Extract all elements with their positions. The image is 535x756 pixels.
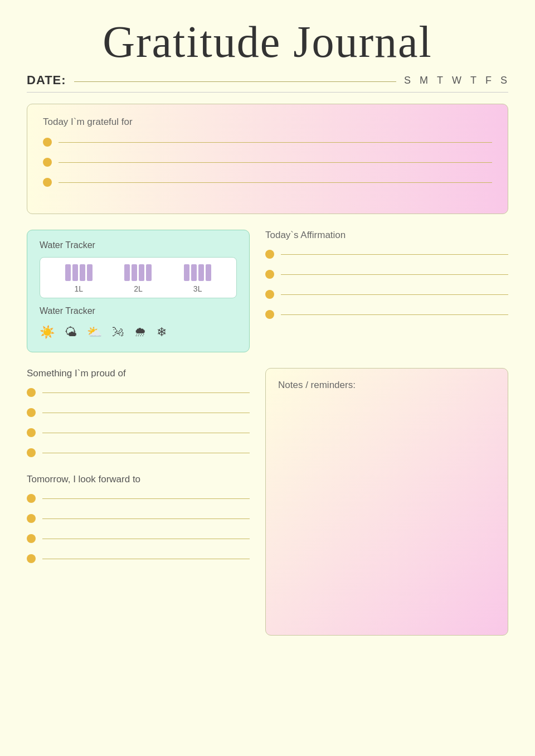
- tomorrow-underline-4: [42, 559, 250, 559]
- water-bar: [132, 264, 137, 281]
- days-of-week: S M T W T F S: [404, 75, 508, 86]
- day-t2: T: [470, 75, 478, 86]
- water-bar: [206, 264, 211, 281]
- bullet-dot-3: [43, 178, 52, 187]
- date-label: DATE:: [27, 73, 66, 88]
- proud-line-2: [27, 408, 250, 417]
- water-bar: [139, 264, 144, 281]
- water-bar: [146, 264, 152, 281]
- notes-section: Notes / reminders:: [265, 368, 508, 636]
- affirmation-section: Today`s Affirmation: [265, 230, 508, 330]
- proud-line-3: [27, 428, 250, 437]
- water-bar: [198, 264, 204, 281]
- affirmation-underline-1: [281, 254, 508, 255]
- water-bar-group-1: 1L: [65, 264, 93, 293]
- bullet-underline-2: [59, 162, 492, 163]
- proud-dot-3: [27, 428, 36, 437]
- affirmation-dot-2: [265, 270, 274, 279]
- day-s1: S: [404, 75, 412, 86]
- bullet-underline-3: [59, 182, 492, 183]
- page-title: Gratitude Journal: [27, 17, 508, 67]
- affirmation-line-3: [265, 290, 508, 299]
- affirmation-line-2: [265, 270, 508, 279]
- tomorrow-line-3: [27, 534, 250, 543]
- tomorrow-underline-2: [42, 518, 250, 519]
- weather-icon-sun: ☀️: [40, 325, 55, 340]
- water-bars-container: 1L 2L 3L: [40, 257, 237, 298]
- water-bar: [80, 264, 85, 281]
- water-bar: [191, 264, 197, 281]
- day-f: F: [485, 75, 493, 86]
- water-tracker-subtitle: Water Tracker: [40, 306, 237, 316]
- affirmation-underline-3: [281, 294, 508, 295]
- proud-title: Something I`m proud of: [27, 368, 250, 379]
- weather-icon-wind: 🌬: [112, 325, 124, 340]
- water-bar-label-1: 1L: [75, 284, 84, 293]
- notes-title: Notes / reminders:: [278, 380, 495, 391]
- weather-icons: ☀️ 🌤 ⛅ 🌬 🌨 ❄: [40, 323, 237, 342]
- tomorrow-line-2: [27, 514, 250, 523]
- affirmation-line-1: [265, 250, 508, 259]
- tomorrow-underline-1: [42, 498, 250, 499]
- grateful-line-1: [43, 138, 492, 147]
- day-s2: S: [500, 75, 508, 86]
- middle-row: Water Tracker 1L 2L: [27, 230, 508, 352]
- tomorrow-dot-3: [27, 534, 36, 543]
- water-tracker-box: Water Tracker 1L 2L: [27, 230, 250, 352]
- affirmation-title: Today`s Affirmation: [265, 230, 508, 241]
- tomorrow-dot-1: [27, 494, 36, 503]
- grateful-line-3: [43, 178, 492, 187]
- day-t1: T: [437, 75, 444, 86]
- bullet-dot-2: [43, 158, 52, 167]
- day-w: W: [452, 75, 463, 86]
- water-bar: [65, 264, 71, 281]
- grateful-section: Today I`m grateful for: [27, 104, 508, 214]
- weather-icon-snow: 🌨: [134, 325, 147, 340]
- proud-underline-3: [42, 433, 250, 433]
- tomorrow-line-4: [27, 554, 250, 563]
- bullet-underline-1: [59, 142, 492, 143]
- proud-dot-2: [27, 408, 36, 417]
- proud-underline-2: [42, 413, 250, 413]
- water-bars-1: [65, 264, 93, 281]
- proud-section: Something I`m proud of Tomorrow, I look …: [27, 368, 250, 574]
- proud-underline-4: [42, 453, 250, 453]
- grateful-title: Today I`m grateful for: [43, 117, 492, 128]
- water-bar-label-2: 2L: [134, 284, 143, 293]
- water-bar-group-2: 2L: [124, 264, 152, 293]
- water-bars-2: [124, 264, 152, 281]
- tomorrow-dot-2: [27, 514, 36, 523]
- grateful-line-2: [43, 158, 492, 167]
- water-bar: [124, 264, 130, 281]
- affirmation-line-4: [265, 310, 508, 319]
- water-bar: [87, 264, 93, 281]
- proud-line-4: [27, 448, 250, 457]
- tomorrow-line-1: [27, 494, 250, 503]
- proud-dot-1: [27, 388, 36, 397]
- water-bar-group-3: 3L: [184, 264, 211, 293]
- water-bar: [184, 264, 189, 281]
- tomorrow-underline-3: [42, 539, 250, 539]
- proud-underline-1: [42, 392, 250, 393]
- tomorrow-dot-4: [27, 554, 36, 563]
- date-row: DATE: S M T W T F S: [27, 73, 508, 93]
- weather-icon-snowflake: ❄: [157, 325, 167, 340]
- proud-dot-4: [27, 448, 36, 457]
- affirmation-dot-4: [265, 310, 274, 319]
- proud-line-1: [27, 388, 250, 397]
- bottom-row: Something I`m proud of Tomorrow, I look …: [27, 368, 508, 636]
- affirmation-dot-3: [265, 290, 274, 299]
- day-m: M: [420, 75, 429, 86]
- weather-icon-cloud: ⛅: [87, 325, 102, 340]
- bullet-dot-1: [43, 138, 52, 147]
- water-bars-3: [184, 264, 211, 281]
- affirmation-underline-4: [281, 314, 508, 315]
- water-bar-label-3: 3L: [193, 284, 202, 293]
- weather-icon-cloud-sun: 🌤: [65, 325, 77, 340]
- affirmation-dot-1: [265, 250, 274, 259]
- water-tracker-title: Water Tracker: [40, 240, 237, 250]
- affirmation-underline-2: [281, 274, 508, 275]
- tomorrow-title: Tomorrow, I look forward to: [27, 474, 250, 485]
- water-bar: [72, 264, 78, 281]
- date-line: [74, 81, 396, 82]
